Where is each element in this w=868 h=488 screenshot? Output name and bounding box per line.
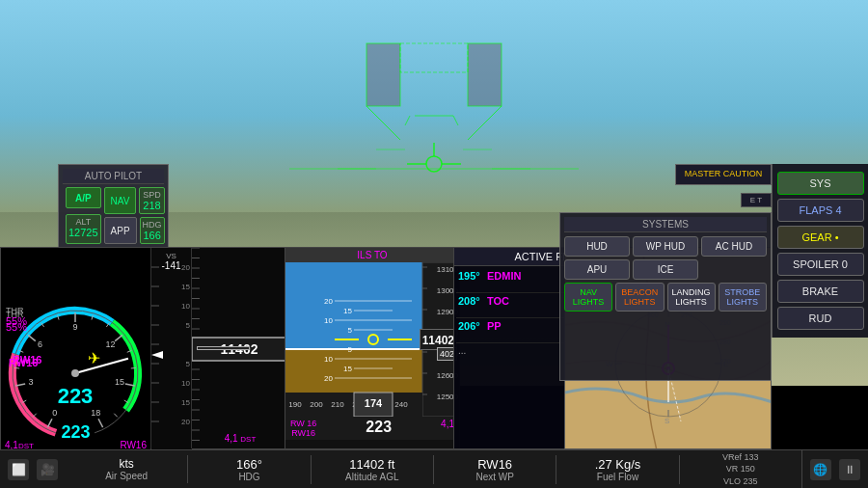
airspeed-value: kts: [69, 457, 183, 471]
ap-button[interactable]: A/P: [66, 187, 101, 208]
fuelflow-status: .27 Kg/s Fuel Flow: [556, 455, 679, 484]
nav-lights-button[interactable]: NAVLIGHTS: [564, 283, 612, 312]
heading-label: HDG: [192, 472, 306, 482]
ils-panel: ILS TO 11402 402 RW 16 RW16 223 4,1: [285, 247, 460, 449]
brake-button[interactable]: BRAKE: [777, 280, 864, 303]
bottom-icons: ⬜ 🎥: [0, 459, 66, 480]
right-panel: SYS FLAPS 4 GEAR • SPOILER 0 BRAKE RUD: [772, 164, 868, 338]
vs-value: -141: [151, 260, 191, 271]
vref-status: VRef 133 VR 150 VLO 235: [680, 449, 802, 488]
alt-value: 12725: [68, 227, 98, 238]
runway-label: RW16: [13, 354, 41, 366]
vs-label: VS: [151, 252, 191, 260]
flaps-button[interactable]: FLAPS 4: [777, 199, 864, 222]
left-instruments: THR 55% RW16 ✈ 223 4,1DST RW16 VS -141: [0, 247, 289, 449]
thr-display: THR 55%: [6, 306, 27, 327]
sys-button[interactable]: SYS: [777, 172, 864, 195]
aircraft-icon: ✈: [88, 349, 100, 367]
beacon-lights-button[interactable]: BEACONLIGHTS: [615, 283, 664, 312]
alt-label: ALT: [68, 217, 98, 227]
app-button[interactable]: APP: [104, 217, 137, 244]
hdg-label: HDG: [143, 220, 162, 230]
strobe-lights-button[interactable]: STROBELIGHTS: [719, 283, 767, 312]
heading-value: 166°: [192, 457, 306, 472]
nextwp-status: RW16 Next WP: [434, 455, 556, 484]
svg-line-7: [366, 106, 400, 140]
airspeed-label: Air Speed: [69, 471, 183, 481]
thr-value: 55%: [6, 315, 27, 327]
svg-line-8: [468, 106, 502, 140]
fuelflow-value: .27 Kg/s: [560, 457, 674, 472]
vr-value: VR 150: [726, 464, 755, 474]
spd-value: 218: [142, 200, 161, 211]
master-caution-label: MASTER CAUTION: [680, 169, 767, 180]
altitude-tape: 4,1 DST: [191, 248, 288, 448]
globe-icon[interactable]: 🌐: [810, 459, 831, 480]
systems-panel: SYSTEMS HUD WP HUD AC HUD APU ICE NAVLIG…: [559, 212, 772, 381]
dist2-label: 4,1 DST: [225, 433, 257, 444]
et-indicator: E T: [741, 193, 772, 207]
svg-rect-5: [366, 43, 400, 106]
svg-point-1: [426, 156, 442, 172]
hud-button[interactable]: HUD: [564, 236, 630, 257]
landing-lights-button[interactable]: LANDINGLIGHTS: [667, 283, 716, 312]
svg-line-12: [453, 116, 458, 125]
speed-dial: THR 55% RW16 ✈ 223 4,1DST RW16: [1, 248, 150, 450]
svg-rect-9: [400, 43, 468, 72]
vref-value: VRef 133: [722, 452, 759, 462]
rud-button[interactable]: RUD: [777, 307, 864, 330]
svg-line-10: [405, 116, 410, 125]
ils-heading-display: 223: [366, 419, 392, 438]
altitude-label: Altitude AGL: [315, 472, 429, 482]
spd-label: SPD: [142, 190, 161, 200]
nextwp-value: RW16: [438, 457, 552, 472]
pause-icon[interactable]: ⏸: [839, 459, 860, 480]
vsi-strip: VS -141: [150, 248, 191, 448]
nextwp-label: Next WP: [438, 472, 552, 482]
altitude-value: 11402 ft: [315, 457, 429, 472]
master-caution[interactable]: MASTER CAUTION: [675, 164, 772, 185]
svg-rect-6: [468, 43, 502, 106]
camera-icon[interactable]: 🎥: [37, 459, 58, 480]
fuelflow-label: Fuel Flow: [560, 472, 674, 482]
ils-rw-info: RW 16 RW16: [290, 419, 316, 438]
autopilot-title: AUTO PILOT: [63, 169, 164, 184]
svg-text:S: S: [665, 417, 669, 425]
gear-button[interactable]: GEAR •: [777, 226, 864, 249]
altitude-box: [197, 346, 250, 350]
ils-title: ILS TO: [285, 248, 459, 262]
autopilot-panel: AUTO PILOT A/P NAV SPD 218 APP HDG 166 A…: [58, 164, 169, 252]
right-bottom-icons: 🌐 ⏸: [802, 459, 868, 480]
systems-title: SYSTEMS: [564, 217, 767, 232]
wp-hud-button[interactable]: WP HUD: [633, 236, 698, 257]
ac-hud-button[interactable]: AC HUD: [701, 236, 767, 257]
ils-bottom: RW 16 RW16 223 4,1: [285, 417, 459, 440]
thr-label: THR: [6, 306, 27, 315]
altitude-status: 11402 ft Altitude AGL: [312, 455, 434, 484]
ice-button[interactable]: ICE: [633, 259, 698, 280]
spoiler-button[interactable]: SPOILER 0: [777, 253, 864, 276]
apu-button[interactable]: APU: [564, 259, 630, 280]
vlo-value: VLO 235: [723, 476, 758, 486]
screen-icon[interactable]: ⬜: [8, 459, 29, 480]
status-bar: ⬜ 🎥 kts Air Speed 166° HDG 11402 ft Alti…: [0, 449, 868, 488]
heading-status: 166° HDG: [188, 455, 311, 484]
ils-dist-display: 4,1: [441, 419, 454, 438]
airspeed-status: kts Air Speed: [66, 455, 188, 483]
nav-button[interactable]: NAV: [104, 187, 137, 214]
hdg-value: 166: [143, 230, 162, 241]
